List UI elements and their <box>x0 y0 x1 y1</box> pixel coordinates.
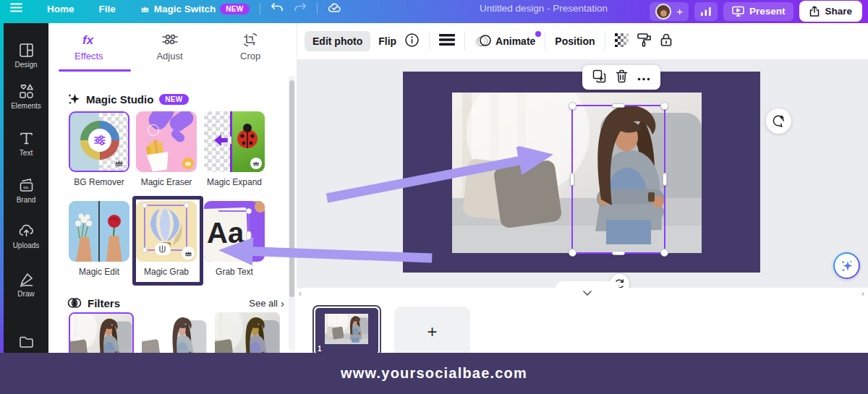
present-icon <box>732 6 744 17</box>
edit-photo-button[interactable]: Edit photo <box>305 31 370 51</box>
tile-magic-eraser[interactable] <box>136 111 197 172</box>
add-page-button[interactable]: + <box>394 307 470 357</box>
filters-icon <box>67 296 82 309</box>
top-menu-bar: Home File Magic Switch NEW Untitled desi… <box>0 0 868 23</box>
menu-home[interactable]: Home <box>47 4 75 14</box>
insights-button[interactable] <box>694 2 718 21</box>
scrollbar-thumb[interactable] <box>289 80 294 297</box>
strip-scroll-left-icon[interactable]: ‹ <box>299 288 302 299</box>
workspace: Edit photo Flip Animate Position <box>297 23 868 353</box>
svg-text:fx: fx <box>82 33 95 47</box>
page-strip: ‹ › 1 + <box>297 288 868 353</box>
fries-art <box>142 139 175 172</box>
resize-handle-sw[interactable] <box>569 249 576 257</box>
fx-icon: fx <box>80 32 98 48</box>
selection-box[interactable] <box>571 105 665 254</box>
resize-handle-se[interactable] <box>660 249 668 257</box>
position-button[interactable]: Position <box>555 35 595 47</box>
text-icon <box>18 130 35 147</box>
lock-icon[interactable] <box>660 33 673 50</box>
delete-icon[interactable] <box>616 69 628 86</box>
resize-handle-s[interactable] <box>612 251 625 255</box>
collapse-strip-tab[interactable] <box>556 281 619 297</box>
hamburger-menu-icon[interactable] <box>10 2 22 15</box>
filter-thumb-cool[interactable] <box>142 312 207 353</box>
avatar[interactable] <box>655 4 671 20</box>
panel-scrollbar[interactable] <box>289 76 295 351</box>
tile-label: Magic Expand <box>200 177 269 187</box>
ladybug-art <box>233 121 263 153</box>
promo-banner: www.yoursocialbae.com <box>0 353 868 394</box>
animate-icon <box>475 35 492 48</box>
cloud-save-status-icon[interactable] <box>328 2 341 16</box>
tile-magic-grab[interactable] <box>136 201 197 262</box>
design-icon <box>18 42 35 59</box>
folder-icon <box>18 334 35 351</box>
share-button[interactable]: Share <box>799 1 862 22</box>
svg-text:co.: co. <box>23 185 29 189</box>
tile-bg-remover[interactable] <box>69 111 129 172</box>
resize-handle-e[interactable] <box>663 173 667 186</box>
resize-handle-ne[interactable] <box>660 102 668 110</box>
active-tab-underline <box>59 69 131 72</box>
effects-panel: fx Effects Adjust Crop Magic Studio NEW <box>48 23 297 353</box>
tile-grab-text[interactable]: Aa <box>204 201 265 262</box>
left-sidebar: Design Elements Text co. Brand Uploads D… <box>0 23 48 353</box>
filter-thumb-warm[interactable] <box>215 312 280 353</box>
duplicate-icon[interactable] <box>592 69 606 86</box>
pro-crown-badge <box>182 247 195 260</box>
sparkle-icon <box>67 93 80 106</box>
redo-icon[interactable] <box>294 2 307 16</box>
effects-menu-icon[interactable] <box>439 34 455 48</box>
info-icon[interactable] <box>404 33 420 51</box>
sidebar-item-elements[interactable]: Elements <box>4 83 48 110</box>
elements-icon <box>18 83 35 100</box>
magic-studio-title: Magic Studio <box>86 93 153 106</box>
tile-magic-edit[interactable] <box>69 201 129 262</box>
tile-label: Magic Edit <box>64 267 134 277</box>
filter-thumb-none[interactable] <box>69 312 134 353</box>
undo-icon[interactable] <box>271 2 284 16</box>
add-comment-button[interactable] <box>766 108 791 134</box>
more-options-icon[interactable] <box>637 71 650 84</box>
flip-button[interactable]: Flip <box>378 35 396 47</box>
transparency-icon[interactable] <box>615 33 629 50</box>
menu-file[interactable]: File <box>99 4 116 14</box>
resize-handle-nw[interactable] <box>569 102 576 110</box>
canva-app-window: Home File Magic Switch NEW Untitled desi… <box>0 0 868 394</box>
panel-tabs: fx Effects Adjust Crop <box>48 32 291 61</box>
website-url: www.yoursocialbae.com <box>341 365 527 382</box>
resize-handle-n[interactable] <box>612 103 625 108</box>
account-pill[interactable]: + <box>650 2 689 21</box>
expand-arrow-icon <box>213 133 231 147</box>
slide-page[interactable] <box>403 72 760 273</box>
animate-notification-dot <box>535 31 541 37</box>
tile-label: Grab Text <box>200 267 269 277</box>
animate-button[interactable]: Animate <box>475 35 535 48</box>
filters-see-all[interactable]: See all › <box>249 297 284 309</box>
sidebar-item-design[interactable]: Design <box>4 42 48 69</box>
paint-roller-icon[interactable] <box>637 33 652 50</box>
sidebar-item-projects[interactable]: Projects <box>4 334 48 353</box>
sidebar-item-brand[interactable]: co. Brand <box>4 177 48 204</box>
tab-crop[interactable]: Crop <box>210 32 291 61</box>
pen-icon <box>18 271 35 288</box>
sidebar-item-draw[interactable]: Draw <box>4 271 48 298</box>
chevron-down-icon <box>583 291 592 296</box>
sidebar-item-text[interactable]: Text <box>4 130 48 157</box>
resize-handle-w[interactable] <box>570 173 574 186</box>
crop-icon <box>242 32 259 48</box>
design-title[interactable]: Untitled design - Presentation <box>480 3 608 14</box>
add-member-icon[interactable]: + <box>676 5 683 17</box>
magic-assistant-button[interactable] <box>833 252 860 279</box>
tab-effects[interactable]: fx Effects <box>48 32 129 61</box>
present-button[interactable]: Present <box>723 2 794 21</box>
strip-scroll-right-icon[interactable]: › <box>861 288 864 299</box>
tab-adjust[interactable]: Adjust <box>129 32 210 61</box>
tile-magic-expand[interactable] <box>204 111 265 172</box>
comment-plus-icon <box>772 114 786 128</box>
canvas-area[interactable] <box>297 59 868 288</box>
page-thumbnail-1[interactable]: 1 <box>312 305 381 357</box>
menu-magic-switch[interactable]: Magic Switch NEW <box>140 4 250 14</box>
sidebar-item-uploads[interactable]: Uploads <box>4 223 48 249</box>
